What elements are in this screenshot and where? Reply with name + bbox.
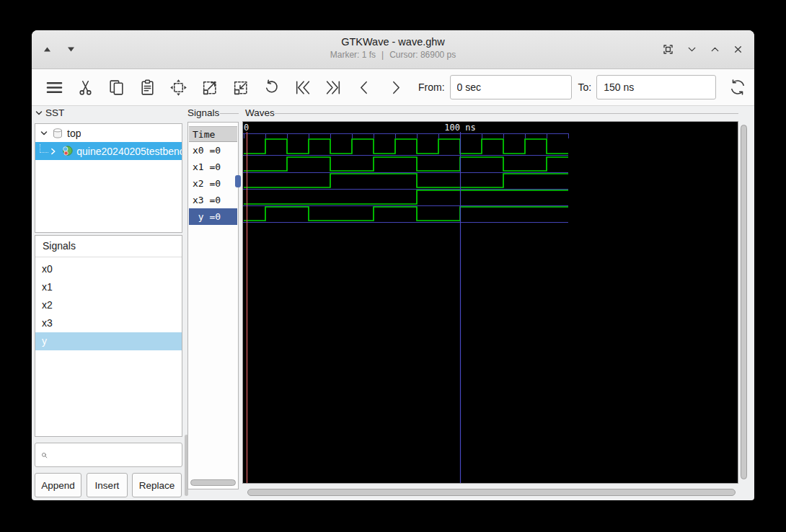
titlebar[interactable]: GTKWave - wave.ghw Marker: 1 fs|Cursor: … xyxy=(32,30,754,69)
wave-vscrollbar[interactable] xyxy=(741,125,747,479)
list-item-y[interactable]: y xyxy=(35,332,182,350)
from-label: From: xyxy=(418,81,445,93)
status-separator: | xyxy=(381,50,384,60)
triangle-up-icon[interactable] xyxy=(43,46,51,53)
sst-header[interactable]: SST xyxy=(35,107,64,118)
signals-frame-label: Signals xyxy=(187,107,219,118)
signal-row-y[interactable]: y =0 xyxy=(189,208,237,225)
signals-frame-line xyxy=(220,113,239,114)
marker-status: Marker: 1 fs xyxy=(330,50,376,60)
wave-viewport[interactable]: 0100 ns xyxy=(242,121,738,484)
wave-hscrollbar[interactable] xyxy=(247,489,736,496)
cut-icon[interactable] xyxy=(70,73,101,102)
toolbar: From: To: xyxy=(32,69,754,106)
waves-frame-line xyxy=(275,113,738,114)
append-button[interactable]: Append xyxy=(35,473,81,497)
waves-frame-label: Waves xyxy=(245,107,275,118)
signal-name-panel[interactable]: Time x0 =0 x1 =0 x2 =0 x3 =0 y =0 xyxy=(187,122,239,489)
chevron-down-icon[interactable] xyxy=(686,43,698,56)
signal-row-x1[interactable]: x1 =0 xyxy=(189,159,237,175)
signal-row-x2[interactable]: x2 =0 xyxy=(189,175,237,192)
sst-label: SST xyxy=(45,107,64,118)
menu-icon[interactable] xyxy=(39,73,70,102)
gtkwave-window: GTKWave - wave.ghw Marker: 1 fs|Cursor: … xyxy=(32,30,754,500)
main-content: SST top xyxy=(32,107,754,500)
insert-button[interactable]: Insert xyxy=(87,473,128,497)
wave-y xyxy=(244,207,568,221)
tree-item-label: quine20240205testbenc xyxy=(76,146,182,157)
wave-x3 xyxy=(244,190,568,204)
copy-icon[interactable] xyxy=(101,73,132,102)
reload-icon[interactable] xyxy=(722,73,753,102)
tree-item-top[interactable]: top xyxy=(35,124,182,142)
go-next-icon[interactable] xyxy=(380,73,411,102)
zoom-in-icon[interactable] xyxy=(194,73,225,102)
module-icon xyxy=(61,145,74,157)
tree-guide xyxy=(40,144,48,153)
signal-row-x0[interactable]: x0 =0 xyxy=(189,142,237,159)
signal-search-panel[interactable]: Signals x0 x1 x2 x3 y xyxy=(35,235,182,437)
go-first-icon[interactable] xyxy=(287,73,318,102)
wave-x2 xyxy=(244,174,568,187)
zoom-out-icon[interactable] xyxy=(225,73,256,102)
window-status: Marker: 1 fs|Cursor: 86900 ps xyxy=(32,50,754,60)
list-item-x0[interactable]: x0 xyxy=(35,260,182,278)
cursor-status: Cursor: 86900 ps xyxy=(389,50,456,60)
wave-canvas[interactable]: 0100 ns xyxy=(243,122,738,483)
signal-search-header: Signals xyxy=(35,236,182,257)
from-input[interactable] xyxy=(450,75,572,99)
timeline-label: 100 ns xyxy=(444,123,475,133)
replace-button[interactable]: Replace xyxy=(132,473,182,497)
timeline-label: 0 xyxy=(244,123,249,133)
undo-icon[interactable] xyxy=(256,73,287,102)
zoom-fit-icon[interactable] xyxy=(163,73,194,102)
cylinder-icon xyxy=(52,128,63,139)
list-item-x2[interactable]: x2 xyxy=(35,296,182,314)
paste-icon[interactable] xyxy=(132,73,163,102)
wave-x1 xyxy=(244,157,568,171)
go-last-icon[interactable] xyxy=(318,73,349,102)
list-item-x3[interactable]: x3 xyxy=(35,314,182,332)
signal-row-x3[interactable]: x3 =0 xyxy=(189,192,237,208)
signal-search-box[interactable] xyxy=(35,443,182,467)
wave-x0 xyxy=(244,139,568,154)
window-title: GTKWave - wave.ghw xyxy=(32,36,754,48)
close-icon[interactable] xyxy=(732,43,744,56)
sst-expander-icon[interactable] xyxy=(35,109,43,118)
tree-item-label: top xyxy=(67,128,81,139)
triangle-down-icon[interactable] xyxy=(67,46,75,53)
to-input[interactable] xyxy=(596,75,716,99)
time-header[interactable]: Time xyxy=(189,126,237,142)
search-icon xyxy=(41,450,48,461)
go-prev-icon[interactable] xyxy=(349,73,380,102)
chevron-up-icon[interactable] xyxy=(709,43,721,56)
tree-item-testbench[interactable]: quine20240205testbenc xyxy=(35,142,182,160)
signal-name-hscrollbar[interactable] xyxy=(190,479,236,486)
list-item-x1[interactable]: x1 xyxy=(35,278,182,296)
sst-tree-panel[interactable]: top quine20240205testbenc xyxy=(35,123,182,233)
maximize-icon[interactable] xyxy=(661,43,675,56)
expander-right-icon[interactable] xyxy=(49,147,58,156)
signal-name-vscrollbar[interactable] xyxy=(235,175,241,187)
desktop: { "titlebar": { "title": "GTKWave - wave… xyxy=(0,0,786,532)
expander-down-icon[interactable] xyxy=(40,129,48,138)
search-input[interactable] xyxy=(52,445,182,465)
to-label: To: xyxy=(578,81,592,93)
